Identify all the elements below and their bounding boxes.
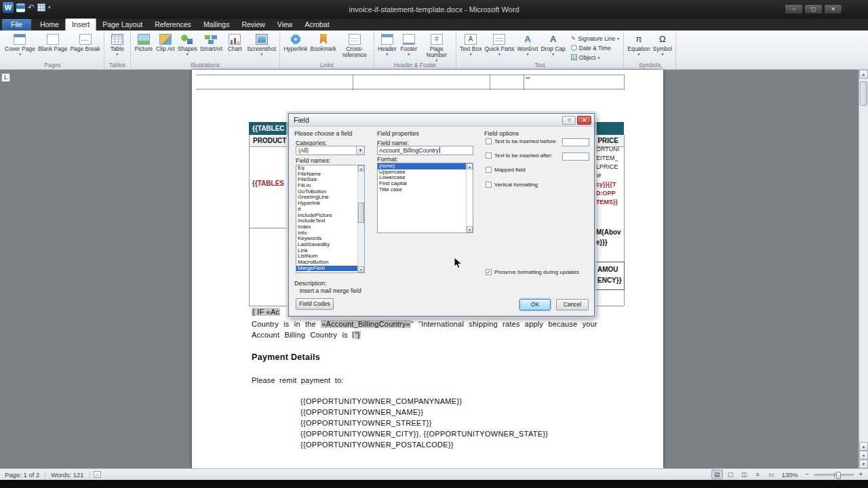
web-layout-view-button[interactable]: ◫: [738, 470, 750, 479]
field-names-scrollbar[interactable]: ▲ ▼: [357, 165, 364, 272]
browse-previous-button[interactable]: ▲: [859, 442, 868, 451]
clip-art-button[interactable]: Clip Art: [155, 33, 176, 52]
title-bar: W ↶ ▾ invoice-if-statement-template.docx…: [0, 0, 868, 19]
text-box-button[interactable]: A Text Box ▾: [459, 33, 483, 56]
group-label: Text: [456, 62, 623, 68]
wordart-button[interactable]: A WordArt ▾: [516, 33, 538, 56]
picture-button[interactable]: Picture: [134, 33, 154, 52]
print-layout-view-button[interactable]: ▤: [711, 470, 723, 479]
field-name-option[interactable]: Hyperlink: [296, 201, 357, 207]
close-button[interactable]: ✕: [824, 4, 842, 14]
scroll-down-button[interactable]: ▼: [467, 226, 473, 232]
screenshot-button[interactable]: Screenshot ▾: [246, 33, 277, 56]
signature-line-button[interactable]: ✎ Signature Line ▾: [570, 34, 620, 43]
table-border: [524, 75, 524, 90]
page-break-icon: [79, 34, 92, 45]
hyperlink-icon: [290, 34, 302, 45]
table-button[interactable]: Table ▾: [107, 33, 127, 56]
tab-mailings[interactable]: Mailings: [197, 19, 236, 30]
format-option[interactable]: Title case: [378, 187, 466, 193]
smartart-button[interactable]: SmartArt: [199, 33, 224, 52]
wordart-icon: A: [521, 34, 534, 45]
ok-button[interactable]: OK: [519, 299, 551, 310]
scrollbar-thumb[interactable]: [860, 81, 867, 106]
spellcheck-icon[interactable]: ✓: [94, 471, 101, 478]
cover-page-button[interactable]: Cover Page ▾: [4, 33, 36, 56]
blank-page-icon: [47, 34, 59, 45]
tab-file[interactable]: File: [2, 19, 31, 30]
option-text-after[interactable]: Text to be inserted after:: [486, 152, 553, 159]
scroll-up-button[interactable]: ▲: [358, 165, 364, 171]
equation-icon: π: [633, 34, 645, 45]
text-before-input[interactable]: [562, 138, 589, 146]
tab-references[interactable]: References: [149, 19, 197, 30]
zoom-in-button[interactable]: +: [856, 470, 865, 479]
bookmark-button[interactable]: Bookmark: [310, 33, 337, 52]
header-button[interactable]: Header ▾: [377, 33, 397, 56]
tab-home[interactable]: Home: [34, 19, 65, 30]
cross-reference-button[interactable]: Cross-reference: [338, 33, 371, 58]
dialog-help-button[interactable]: ?: [562, 116, 576, 125]
dialog-close-button[interactable]: ✕: [577, 116, 591, 125]
symbol-button[interactable]: Ω Symbol ▾: [652, 33, 673, 56]
zoom-level[interactable]: 130%: [779, 471, 801, 479]
equation-button[interactable]: π Equation ▾: [627, 33, 651, 56]
option-preserve-formatting[interactable]: ✓ Preserve formatting during updates: [486, 269, 579, 275]
blank-page-button[interactable]: Blank Page: [37, 33, 68, 52]
field-name-option[interactable]: MergeField: [296, 266, 357, 272]
format-scrollbar[interactable]: ▲ ▼: [466, 163, 473, 232]
dialog-title-bar[interactable]: Field ? ✕: [289, 114, 594, 127]
field-dialog[interactable]: Field ? ✕ Please choose a field Categori…: [288, 113, 595, 317]
tab-view[interactable]: View: [271, 19, 299, 30]
full-screen-view-button[interactable]: ▢: [725, 470, 736, 479]
footer-button[interactable]: Footer ▾: [399, 33, 419, 56]
zoom-out-button[interactable]: −: [803, 470, 812, 479]
object-button[interactable]: Object ▾: [570, 53, 620, 62]
checkbox-icon[interactable]: [486, 152, 492, 159]
scroll-up-button[interactable]: ▲: [859, 70, 868, 79]
format-list[interactable]: (none)UppercaseLowercaseFirst capitalTit…: [377, 163, 473, 233]
vertical-scrollbar[interactable]: ▲ ▲ ● ▼: [859, 70, 868, 468]
chevron-down-icon: ▾: [498, 53, 500, 56]
option-mapped-field[interactable]: Mapped field: [486, 167, 526, 173]
field-names-list[interactable]: EqFileNameFileSizeFill-inGoToButtonGreet…: [296, 165, 365, 273]
chevron-down-icon[interactable]: ▼: [356, 146, 364, 155]
tab-stop-selector[interactable]: L: [1, 73, 10, 82]
checkbox-icon[interactable]: [486, 138, 492, 144]
categories-select[interactable]: (All) ▼: [296, 146, 365, 155]
quick-parts-button[interactable]: Quick Parts ▾: [484, 33, 515, 56]
cancel-button[interactable]: Cancel: [556, 299, 589, 310]
option-vertical-formatting[interactable]: Vertical formatting: [486, 182, 538, 188]
scrollbar-thumb[interactable]: [358, 203, 364, 223]
field-codes-button[interactable]: Field Codes: [296, 298, 334, 310]
select-browse-object-button[interactable]: ●: [859, 451, 868, 460]
browse-next-button[interactable]: ▼: [859, 460, 868, 468]
minimize-button[interactable]: ─: [785, 4, 803, 14]
drop-cap-button[interactable]: A Drop Cap ▾: [540, 33, 566, 56]
zoom-slider[interactable]: [814, 474, 854, 476]
tab-acrobat[interactable]: Acrobat: [298, 19, 335, 30]
hyperlink-button[interactable]: Hyperlink: [283, 33, 308, 52]
outline-view-button[interactable]: ≡: [752, 470, 764, 479]
tab-insert[interactable]: Insert: [65, 18, 96, 30]
page-break-button[interactable]: Page Break: [69, 33, 100, 52]
tab-review[interactable]: Review: [235, 19, 271, 30]
chart-button[interactable]: Chart: [224, 33, 245, 52]
field-name-input[interactable]: Account_BillingCountry: [377, 146, 473, 155]
checkbox-checked-icon[interactable]: ✓: [486, 269, 492, 275]
page-number-button[interactable]: # Page Number ▾: [420, 33, 453, 62]
date-time-button[interactable]: Date & Time: [570, 43, 620, 52]
checkbox-icon[interactable]: [486, 182, 492, 188]
zoom-slider-thumb[interactable]: [836, 472, 841, 479]
scroll-up-button[interactable]: ▲: [467, 163, 473, 169]
maximize-button[interactable]: ▢: [804, 4, 823, 14]
shapes-button[interactable]: Shapes ▾: [177, 33, 198, 56]
page-indicator[interactable]: Page: 1 of 2: [3, 471, 41, 479]
scroll-down-button[interactable]: ▼: [358, 266, 364, 272]
word-count[interactable]: Words: 121: [49, 471, 85, 479]
option-text-before[interactable]: Text to be inserted before:: [486, 138, 557, 144]
text-after-input[interactable]: [562, 152, 589, 161]
draft-view-button[interactable]: ▭: [766, 470, 777, 479]
tab-page-layout[interactable]: Page Layout: [96, 19, 149, 30]
checkbox-icon[interactable]: [486, 167, 492, 173]
